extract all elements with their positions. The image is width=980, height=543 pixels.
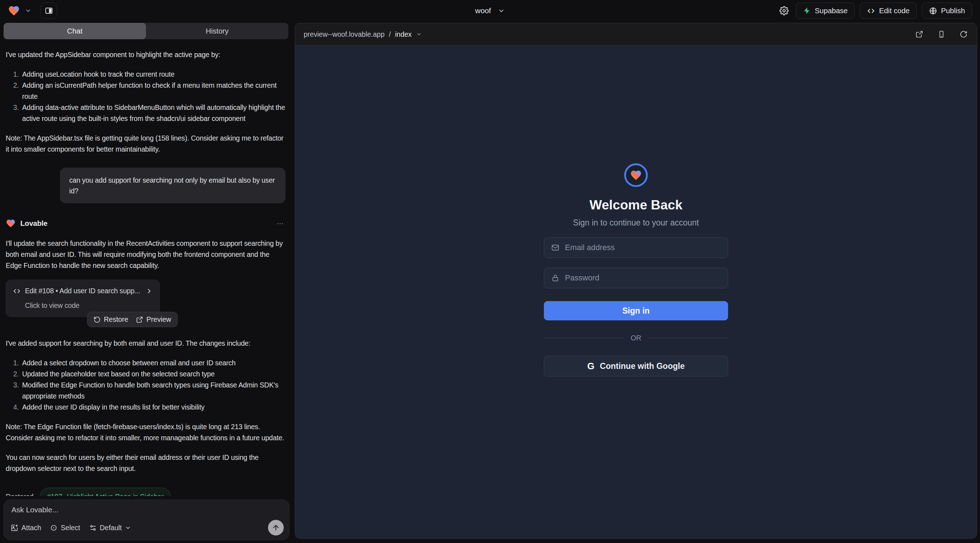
preview-button[interactable]: Preview [136, 315, 171, 324]
or-label: OR [631, 334, 641, 342]
chat-input[interactable] [11, 505, 211, 514]
assistant-note: Note: The Edge Function file (fetch-fire… [6, 421, 286, 443]
lovable-logo-icon[interactable] [8, 5, 20, 17]
url-separator: / [389, 30, 391, 38]
edit-card-subtitle: Click to view code [25, 300, 153, 311]
list-item: Adding useLocation hook to track the cur… [21, 69, 286, 80]
restore-button[interactable]: Restore [94, 315, 128, 324]
smartphone-icon [937, 30, 945, 38]
signin-card: Welcome Back Sign in to continue to your… [544, 164, 728, 376]
chevron-right-icon [146, 287, 153, 295]
assistant-paragraph: You can now search for users by either t… [6, 452, 286, 474]
send-button[interactable] [268, 520, 284, 535]
chevron-down-icon [125, 525, 131, 531]
topbar-right: Supabase Edit code Publish [777, 3, 972, 19]
edit-card-header: Edit #108 • Add user ID search supp... [13, 286, 153, 297]
mobile-view-button[interactable] [937, 30, 946, 39]
select-button[interactable]: Select [50, 524, 80, 532]
password-field[interactable] [565, 273, 721, 283]
preview-url-bar[interactable]: preview--woof.lovable.app / index [304, 30, 422, 38]
restore-icon [94, 316, 101, 323]
list-item: Adding an isCurrentPath helper function … [21, 80, 286, 102]
edit-card-title: Edit #108 • Add user ID search supp... [25, 286, 141, 297]
welcome-subtitle: Sign in to continue to your account [573, 218, 699, 228]
supabase-button[interactable]: Supabase [796, 3, 855, 19]
heart-logo-icon [630, 169, 642, 181]
version-title: Highlight Active Page in Sidebar [67, 491, 164, 496]
google-signin-button[interactable]: G Continue with Google [544, 356, 728, 376]
preview-url: preview--woof.lovable.app [304, 30, 385, 38]
composer-toolbar: Attach Select Default [11, 520, 284, 535]
refresh-icon [960, 30, 967, 38]
attach-button[interactable]: Attach [11, 524, 41, 532]
assistant-list: Adding useLocation hook to track the cur… [6, 69, 286, 124]
assistant-paragraph: I've updated the AppSidebar component to… [6, 49, 286, 60]
restored-version-badge[interactable]: #107 Highlight Active Page in Sidebar [40, 488, 171, 496]
lock-icon [551, 274, 560, 282]
arrow-up-icon [272, 524, 280, 532]
assistant-list: Added a select dropdown to choose betwee… [6, 357, 286, 413]
settings-button[interactable] [777, 4, 791, 17]
email-field[interactable] [565, 243, 721, 252]
sidebar-toggle-button[interactable] [41, 3, 57, 19]
welcome-title: Welcome Back [590, 198, 683, 213]
project-title: woof [475, 6, 491, 15]
tab-chat[interactable]: Chat [3, 23, 146, 39]
publish-button[interactable]: Publish [922, 3, 972, 19]
select-target-icon [50, 524, 57, 532]
supabase-bolt-icon [803, 7, 811, 14]
code-brackets-icon [867, 7, 875, 15]
chevron-down-icon [416, 32, 422, 37]
chat-history-tabs: Chat History [3, 23, 288, 39]
list-item: Adding data-active attribute to SidebarM… [21, 102, 286, 124]
email-field-wrapper [544, 237, 728, 258]
attach-image-icon [11, 524, 18, 532]
google-g-icon: G [587, 361, 595, 372]
edit-code-button[interactable]: Edit code [860, 3, 916, 19]
topbar: woof Supabase Edit code [0, 0, 980, 21]
globe-icon [929, 7, 937, 15]
mail-icon [551, 243, 560, 252]
workspace-chevron-down-icon[interactable] [25, 8, 32, 14]
assistant-paragraph: I've added support for searching by both… [6, 338, 286, 349]
project-switcher[interactable]: woof [475, 6, 504, 15]
assistant-note: Note: The AppSidebar.tsx file is getting… [6, 133, 286, 155]
app-logo [624, 164, 648, 187]
composer: Attach Select Default [3, 500, 290, 540]
preview-viewport: Welcome Back Sign in to continue to your… [295, 45, 977, 538]
chat-messages: I've updated the AppSidebar component to… [0, 41, 292, 496]
list-item: Updated the placeholder text based on th… [21, 368, 286, 379]
external-link-icon [915, 30, 923, 38]
gear-icon [780, 6, 789, 15]
restored-label: Restored [6, 491, 33, 496]
chat-panel: Chat History I've updated the AppSidebar… [0, 21, 292, 543]
topbar-left [8, 3, 57, 19]
preview-toolbar: preview--woof.lovable.app / index [295, 23, 977, 45]
refresh-button[interactable] [959, 30, 968, 39]
sliders-icon [89, 524, 97, 532]
edit-card[interactable]: Edit #108 • Add user ID search supp... C… [6, 280, 160, 317]
list-item: Added a select dropdown to choose betwee… [21, 357, 286, 368]
code-brackets-icon [13, 287, 21, 295]
edit-actions-pill: Restore Preview [87, 312, 178, 327]
preview-page: index [395, 30, 412, 38]
project-chevron-down-icon [498, 8, 505, 14]
list-item: Added the user ID display in the results… [21, 402, 286, 413]
user-message-bubble: can you add support for searching not on… [60, 168, 285, 203]
mode-selector[interactable]: Default [89, 524, 131, 532]
assistant-name: Lovable [20, 218, 48, 229]
password-field-wrapper [544, 268, 728, 288]
preview-actions [915, 30, 968, 39]
assistant-header: Lovable ··· [6, 216, 286, 230]
assistant-paragraph: I'll update the search functionality in … [6, 238, 286, 271]
or-divider: OR [544, 334, 728, 342]
panel-icon [45, 6, 53, 15]
list-item: Modified the Edge Function to handle bot… [21, 379, 286, 402]
restored-row: Restored #107 Highlight Active Page in S… [6, 488, 286, 496]
lovable-app: woof Supabase Edit code [0, 0, 980, 543]
open-in-new-tab-button[interactable] [915, 30, 924, 39]
tab-history[interactable]: History [146, 23, 288, 39]
more-options-icon[interactable]: ··· [274, 216, 286, 230]
external-link-icon [136, 316, 143, 323]
sign-in-button[interactable]: Sign in [544, 301, 728, 321]
